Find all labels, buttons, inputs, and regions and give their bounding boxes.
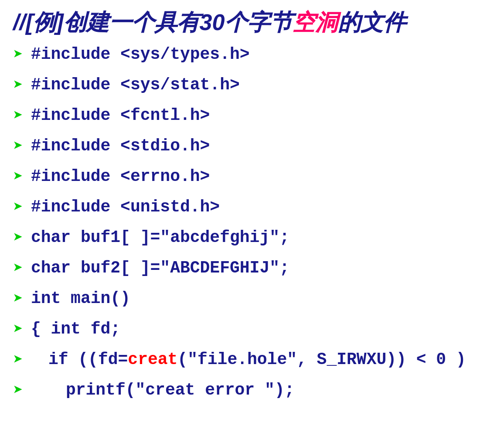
code-text-10: { int fd; [31, 318, 120, 340]
arrow-3: ➤ [13, 106, 23, 126]
code-text-8: char buf2[ ]="ABCDEFGHIJ"; [31, 257, 289, 279]
code-text-11: if ((fd=creat("file.hole", S_IRWXU)) < 0… [31, 349, 466, 370]
arrow-10: ➤ [13, 320, 23, 340]
arrow-7: ➤ [13, 228, 23, 249]
arrow-8: ➤ [13, 259, 23, 279]
code-line-8: ➤ char buf2[ ]="ABCDEFGHIJ"; [13, 257, 491, 283]
creat-keyword: creat [128, 350, 177, 369]
code-line-10: ➤ { int fd; [13, 318, 491, 344]
code-text-1: #include <sys/types.h> [31, 44, 250, 65]
code-text-3: #include <fcntl.h> [31, 105, 210, 126]
code-line-9: ➤ int main() [13, 288, 491, 314]
code-line-1: ➤ #include <sys/types.h> [13, 44, 491, 70]
code-line-6: ➤ #include <unistd.h> [13, 196, 491, 222]
code-line-2: ➤ #include <sys/stat.h> [13, 74, 491, 100]
title-highlight: 空洞 [293, 10, 338, 35]
code-text-4: #include <stdio.h> [31, 135, 210, 157]
code-text-2: #include <sys/stat.h> [31, 74, 240, 95]
code-text-6: #include <unistd.h> [31, 196, 220, 218]
code-text-5: #include <errno.h> [31, 166, 210, 187]
code-line-11: ➤ if ((fd=creat("file.hole", S_IRWXU)) <… [13, 349, 491, 375]
title-prefix: //[例]创建一个具有30个字节 [13, 10, 293, 35]
arrow-5: ➤ [13, 167, 23, 187]
code-line-3: ➤ #include <fcntl.h> [13, 105, 491, 131]
code-line-4: ➤ #include <stdio.h> [13, 135, 491, 161]
arrow-2: ➤ [13, 76, 23, 96]
code-text-7: char buf1[ ]="abcdefghij"; [31, 227, 289, 248]
code-text-9: int main() [31, 288, 130, 309]
code-line-7: ➤ char buf1[ ]="abcdefghij"; [13, 227, 491, 253]
page-container: //[例]创建一个具有30个字节空洞的文件 ➤ #include <sys/ty… [13, 9, 491, 405]
arrow-9: ➤ [13, 290, 23, 310]
arrow-1: ➤ [13, 45, 23, 65]
title-suffix: 的文件 [338, 10, 406, 35]
arrow-12: ➤ [13, 381, 23, 401]
code-line-5: ➤ #include <errno.h> [13, 166, 491, 192]
arrow-6: ➤ [13, 198, 23, 218]
code-list: ➤ #include <sys/types.h> ➤ #include <sys… [13, 44, 491, 405]
code-text-12: printf("creat error "); [31, 379, 295, 401]
page-title: //[例]创建一个具有30个字节空洞的文件 [13, 9, 491, 36]
code-line-12: ➤ printf("creat error "); [13, 379, 491, 405]
arrow-4: ➤ [13, 137, 23, 157]
arrow-11: ➤ [13, 351, 23, 371]
